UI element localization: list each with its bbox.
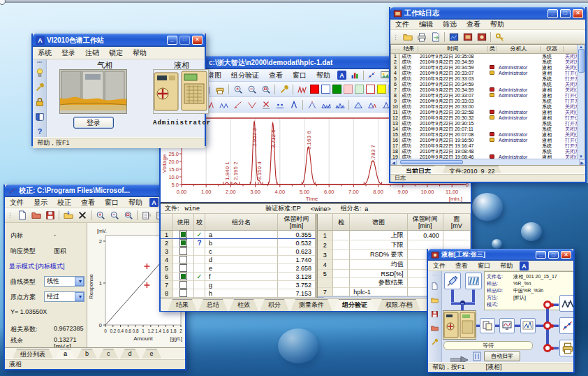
calibration-titlebar[interactable]: 校正: C:\Program Files\Microsof... _ bbox=[5, 185, 185, 197]
column-header[interactable]: 谱图 bbox=[350, 214, 407, 231]
table-row[interactable]: 9成功2010年9月22日 20:33:03系统打开系统 bbox=[391, 99, 577, 104]
column-header[interactable]: 面[mV bbox=[443, 214, 471, 231]
toolbar-grip[interactable]: ••• bbox=[37, 61, 42, 64]
login-button[interactable]: 登录 bbox=[73, 117, 114, 129]
new-doc-icon[interactable] bbox=[15, 210, 29, 222]
column-header[interactable] bbox=[391, 49, 400, 50]
column-header-5[interactable]: 描述 bbox=[564, 46, 577, 52]
print-gold-icon[interactable] bbox=[213, 83, 226, 95]
column-header-1[interactable]: 时间 bbox=[418, 46, 488, 52]
column-header-2[interactable]: 类 bbox=[488, 46, 497, 52]
tab-6[interactable]: 权限.存档 bbox=[377, 299, 421, 311]
toolbar-grip[interactable]: ⋯ bbox=[432, 273, 437, 278]
log-blue-icon[interactable] bbox=[447, 31, 460, 43]
delete-x-icon[interactable] bbox=[75, 210, 89, 222]
minimize-button[interactable]: _ bbox=[167, 36, 177, 45]
tab-3[interactable]: 积分 bbox=[260, 299, 289, 311]
data-file-button[interactable] bbox=[480, 318, 495, 333]
component-row-c[interactable]: 3c0.623 bbox=[161, 247, 316, 256]
color-swatch[interactable] bbox=[355, 85, 364, 94]
vertical-scrollbar[interactable]: ▲ ▼ bbox=[577, 45, 585, 159]
toolbar-grip[interactable]: ⋮ bbox=[392, 34, 399, 41]
menu-item-5[interactable]: 帮助 bbox=[124, 197, 147, 208]
report-print-button[interactable] bbox=[559, 340, 573, 356]
menu-item-1[interactable]: 登录 bbox=[57, 48, 80, 59]
spectra-view-button[interactable] bbox=[559, 295, 573, 312]
instrument-titlebar[interactable]: 液相[工程:张三] _ □ ✕ bbox=[428, 249, 573, 261]
column-header[interactable]: 检 bbox=[333, 214, 351, 231]
folder-gold-icon[interactable] bbox=[401, 31, 414, 43]
tool-bell-icon[interactable] bbox=[305, 99, 318, 110]
menu-item-2[interactable]: 查看 bbox=[264, 70, 288, 81]
table-row[interactable]: 8成功2010年9月22日 20:33:07Administrator液相打开仪… bbox=[391, 93, 577, 99]
tab-1[interactable]: 文件:2010_9_22 bbox=[441, 166, 504, 173]
new-doc-icon[interactable] bbox=[428, 280, 441, 292]
help-icon[interactable]: ? bbox=[33, 125, 46, 137]
folder-gold-icon[interactable] bbox=[428, 294, 441, 306]
component-row-d[interactable]: 4d1.740 bbox=[161, 256, 316, 264]
color-swatch[interactable] bbox=[366, 85, 375, 94]
table-row[interactable]: 3成功2010年9月22日 20:34:59Administrator液相关闭仪… bbox=[391, 65, 577, 71]
column-header[interactable]: 组分名 bbox=[205, 214, 278, 231]
close-button[interactable]: ✕ bbox=[573, 9, 583, 18]
tab-3[interactable]: c bbox=[98, 349, 119, 359]
menu-item-0[interactable]: 文件 bbox=[428, 261, 450, 271]
table-row[interactable]: 18成功2010年9月22日 19:08:48系统关闭系统 bbox=[391, 149, 577, 154]
import-gold-icon[interactable] bbox=[61, 210, 75, 222]
menu-item-0[interactable]: 文件 bbox=[5, 197, 29, 208]
table-row[interactable]: 6成功2010年9月22日 20:34:59系统关闭系统 bbox=[391, 82, 577, 87]
menu-item-3[interactable]: 锁定 bbox=[104, 48, 128, 59]
table-row[interactable]: 10成功2010年9月22日 20:33:00系统关闭系统 bbox=[391, 104, 577, 110]
minimize-button[interactable]: _ bbox=[536, 251, 546, 259]
column-button[interactable] bbox=[465, 273, 482, 289]
tool-hills2-icon[interactable] bbox=[333, 99, 346, 110]
use-checkbox[interactable] bbox=[179, 273, 187, 280]
level-a-icon[interactable] bbox=[140, 210, 153, 222]
table-row[interactable]: 5成功2010年9月22日 20:33:03系统打开系统 bbox=[391, 76, 577, 82]
log-red2-icon[interactable] bbox=[475, 31, 488, 43]
tab-2[interactable]: b bbox=[77, 349, 97, 359]
component-row-h[interactable]: 8h7.153 bbox=[161, 289, 316, 298]
component-row-e[interactable]: 5e2.658 bbox=[161, 264, 316, 273]
inject-button[interactable] bbox=[444, 273, 461, 289]
table-row[interactable]: 1成功2010年9月22日 20:35:08系统关闭系统 bbox=[391, 54, 577, 59]
a-logo-icon[interactable]: A bbox=[335, 69, 348, 81]
close-button[interactable]: ✕ bbox=[561, 251, 571, 259]
component-row-g[interactable]: 7g3.752 bbox=[161, 281, 316, 289]
tab-5[interactable]: e bbox=[142, 349, 162, 359]
use-checkbox[interactable] bbox=[179, 247, 187, 255]
lock-gold-icon[interactable] bbox=[33, 96, 46, 108]
column-header-4[interactable]: 仪器 bbox=[541, 46, 564, 52]
color-swatch[interactable] bbox=[377, 85, 386, 94]
toolbar-grip[interactable]: ⋮ bbox=[7, 212, 13, 219]
lc-instrument-image[interactable] bbox=[153, 69, 209, 114]
tool-hills-icon[interactable] bbox=[319, 99, 332, 110]
chevron-down-icon[interactable]: ▼ bbox=[75, 277, 84, 286]
wrench-gold-icon[interactable] bbox=[277, 83, 291, 95]
tab-5[interactable]: 组分验证 bbox=[334, 299, 376, 311]
component-row-f[interactable]: 6✓f3.128 bbox=[161, 273, 316, 281]
column-header-3[interactable]: 分析人 bbox=[497, 46, 541, 52]
color-swatch[interactable] bbox=[344, 85, 353, 94]
gc-instrument-image[interactable] bbox=[59, 69, 127, 114]
origin-scheme-select[interactable]: 经过 ▼ bbox=[44, 291, 84, 302]
component-row-a[interactable]: 1✓a0.355 bbox=[161, 231, 316, 239]
printer-icon[interactable] bbox=[415, 31, 428, 43]
tool-dots-icon[interactable] bbox=[273, 99, 286, 110]
tab-1[interactable]: 总结 bbox=[198, 299, 228, 311]
close-button[interactable]: ✕ bbox=[192, 36, 203, 45]
curve-icon[interactable] bbox=[365, 69, 378, 81]
table-row[interactable]: 2成功2010年9月22日 20:34:59系统关闭系统 bbox=[391, 59, 577, 65]
use-checkbox[interactable] bbox=[179, 281, 187, 289]
use-checkbox[interactable] bbox=[179, 264, 187, 272]
table-row[interactable]: 4成功2010年9月22日 20:33:07Administrator液相打开仪… bbox=[391, 71, 577, 76]
floppy-icon[interactable] bbox=[428, 308, 441, 320]
menu-item-3[interactable]: 查看 bbox=[76, 197, 100, 208]
tab-2[interactable]: 柱效 bbox=[229, 299, 258, 311]
color-swatch[interactable] bbox=[310, 85, 319, 94]
tab-0[interactable]: 结果 bbox=[168, 299, 197, 311]
a-logo-icon[interactable]: A bbox=[517, 261, 531, 271]
column-header[interactable]: 保留时间[min] bbox=[408, 214, 443, 231]
menu-item-2[interactable]: 窗口 bbox=[473, 261, 495, 271]
column-header[interactable]: 校 bbox=[194, 214, 205, 231]
